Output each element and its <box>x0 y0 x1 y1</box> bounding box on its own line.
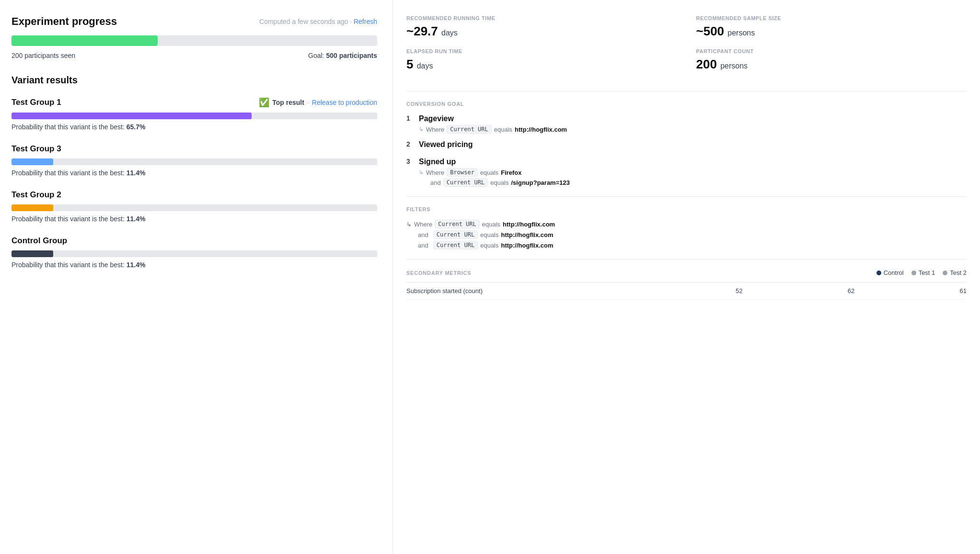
legend-test1: Test 1 <box>911 269 935 276</box>
rec-run-time-label: RECOMMENDED RUNNING TIME <box>406 15 687 21</box>
arrow-icon: ↳ <box>419 126 424 133</box>
goal-name-1: Pageview <box>419 114 967 123</box>
rec-sample-value: ~500 persons <box>696 24 967 39</box>
variant-group-name-test1: Test Group 1 <box>12 98 61 107</box>
variant-probability-test3: Probability that this variant is the bes… <box>12 169 377 177</box>
tag-filter-url-2: Current URL <box>433 230 478 239</box>
legend-label-test2: Test 2 <box>950 269 967 276</box>
goal-number-2: 2 <box>406 140 413 148</box>
variant-group-name-test3: Test Group 3 <box>12 144 61 154</box>
filters-label: FILTERS <box>406 206 967 212</box>
elapsed-label: ELAPSED RUN TIME <box>406 48 687 54</box>
progress-bar-fill <box>12 35 158 46</box>
elapsed-value: 5 days <box>406 57 687 72</box>
variant-probability-test1: Probability that this variant is the bes… <box>12 123 377 131</box>
goal-name-3: Signed up <box>419 158 967 166</box>
variant-group-control: Control Group Probability that this vari… <box>12 236 377 269</box>
variant-group-name-test2: Test Group 2 <box>12 190 61 200</box>
checkmark-icon: ✅ <box>259 97 269 108</box>
variant-bar-container-test2 <box>12 204 377 211</box>
experiment-title: Experiment progress <box>12 15 117 28</box>
release-to-production-button[interactable]: Release to production <box>312 99 377 106</box>
stat-grid: RECOMMENDED RUNNING TIME ~29.7 days RECO… <box>406 15 967 81</box>
metrics-table: Subscription started (count) 52 62 61 <box>406 282 967 300</box>
computed-info: Computed a few seconds ago · Refresh <box>259 17 377 26</box>
legend-dot-control <box>876 271 881 275</box>
left-panel: Experiment progress Computed a few secon… <box>0 0 393 554</box>
tag-filter-url-3: Current URL <box>433 241 478 249</box>
variant-group-name-control: Control Group <box>12 236 67 246</box>
participant-value: 200 persons <box>696 57 967 72</box>
legend-label-control: Control <box>884 269 904 276</box>
divider-2 <box>406 196 967 197</box>
variant-bar-container-control <box>12 250 377 257</box>
legend-test2: Test 2 <box>943 269 967 276</box>
conversion-goal-label: CONVERSION GOAL <box>406 101 967 107</box>
variant-group-test3: Test Group 3 Probability that this varia… <box>12 144 377 177</box>
participants-seen: 200 participants seen <box>12 52 75 59</box>
goal-number-1: 1 <box>406 114 413 122</box>
legend-dot-test1 <box>911 271 916 275</box>
goal-number-3: 3 <box>406 158 413 165</box>
variant-bar-container-test1 <box>12 113 377 119</box>
progress-bar-container <box>12 35 377 46</box>
filter-item-1: ↳ Where Current URL equals http://hogfli… <box>406 220 967 228</box>
filters-section: FILTERS ↳ Where Current URL equals http:… <box>406 206 967 249</box>
refresh-button[interactable]: Refresh <box>354 18 377 25</box>
tag-current-url-3b: Current URL <box>443 178 488 187</box>
progress-labels: 200 participants seen Goal: 500 particip… <box>12 52 377 59</box>
variant-bar-fill-test3 <box>12 158 53 165</box>
rec-sample-label: RECOMMENDED SAMPLE SIZE <box>696 15 967 21</box>
variant-bar-fill-control <box>12 250 53 257</box>
secondary-metrics-label: SECONDARY METRICS <box>406 270 471 276</box>
legend-dot-test2 <box>943 271 947 275</box>
variant-group-test2: Test Group 2 Probability that this varia… <box>12 190 377 223</box>
variant-bar-fill-test2 <box>12 204 53 211</box>
variant-bar-container-test3 <box>12 158 377 165</box>
tag-filter-url-1: Current URL <box>435 220 479 228</box>
goal-name-2: Viewed pricing <box>419 140 967 149</box>
metrics-value-2: 62 <box>742 287 854 294</box>
rec-sample-size: RECOMMENDED SAMPLE SIZE ~500 persons <box>687 15 967 48</box>
legend-label-test1: Test 1 <box>919 269 935 276</box>
secondary-metrics-header: SECONDARY METRICS Control Test 1 Test 2 <box>406 269 967 276</box>
metrics-value-1: 52 <box>631 287 743 294</box>
experiment-header: Experiment progress Computed a few secon… <box>12 15 377 28</box>
divider-1 <box>406 91 967 91</box>
filter-item-3: and Current URL equals http://hogflix.co… <box>418 241 967 249</box>
rec-run-time: RECOMMENDED RUNNING TIME ~29.7 days <box>406 15 687 48</box>
goal-condition-3a: ↳ Where Browser equals Firefox <box>419 168 967 177</box>
goal-item-2: 2 Viewed pricing <box>406 140 967 151</box>
legend-control: Control <box>876 269 904 276</box>
elapsed-run-time: ELAPSED RUN TIME 5 days <box>406 48 687 81</box>
legend: Control Test 1 Test 2 <box>876 269 967 276</box>
filter-item-2: and Current URL equals http://hogflix.co… <box>418 230 967 239</box>
participant-count: PARTICPANT COUNT 200 persons <box>687 48 967 81</box>
goal-condition-1: ↳ Where Current URL equals http://hogfli… <box>419 125 967 134</box>
variant-results-title: Variant results <box>12 75 377 86</box>
goal-condition-3b: and Current URL equals /signup?param=123 <box>430 178 967 187</box>
goal-item-3: 3 Signed up ↳ Where Browser equals Firef… <box>406 158 967 187</box>
variant-group-test1: Test Group 1 ✅ Top result · Release to p… <box>12 97 377 131</box>
top-result-label: Top result <box>272 99 304 106</box>
computed-text: Computed a few seconds ago · <box>259 18 354 25</box>
variant-bar-fill-test1 <box>12 113 252 119</box>
participant-label: PARTICPANT COUNT <box>696 48 967 54</box>
right-panel: RECOMMENDED RUNNING TIME ~29.7 days RECO… <box>393 0 980 554</box>
arrow-icon-f1: ↳ <box>406 221 412 228</box>
metrics-table-row: Subscription started (count) 52 62 61 <box>406 283 967 300</box>
top-result-badge: ✅ Top result · Release to production <box>259 97 377 108</box>
tag-browser: Browser <box>447 168 478 177</box>
progress-goal: Goal: 500 participants <box>308 52 377 59</box>
goal-item-1: 1 Pageview ↳ Where Current URL equals ht… <box>406 114 967 134</box>
conversion-goal-list: 1 Pageview ↳ Where Current URL equals ht… <box>406 114 967 187</box>
divider-3 <box>406 259 967 260</box>
variant-probability-control: Probability that this variant is the bes… <box>12 261 377 269</box>
metrics-value-3: 61 <box>854 287 967 294</box>
rec-run-time-value: ~29.7 days <box>406 24 687 39</box>
metrics-row-label: Subscription started (count) <box>406 287 631 294</box>
tag-current-url-1: Current URL <box>447 125 491 134</box>
variant-probability-test2: Probability that this variant is the bes… <box>12 215 377 223</box>
arrow-icon-3a: ↳ <box>419 169 424 176</box>
